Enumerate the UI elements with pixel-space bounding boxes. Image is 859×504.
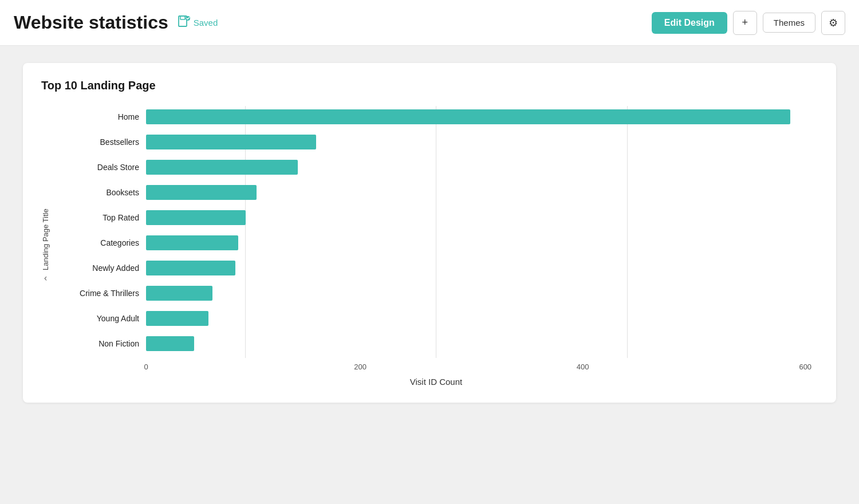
bar-track (146, 286, 818, 301)
chart-card: Top 10 Landing Page › Landing Page Title (23, 63, 836, 403)
themes-button[interactable]: Themes (763, 13, 815, 33)
bar-track (146, 210, 818, 225)
bar-row: Deals Store (54, 156, 818, 178)
x-tick: 200 (354, 363, 367, 371)
header-right: Edit Design + Themes ⚙ (652, 11, 845, 35)
bar-label: Non Fiction (54, 339, 146, 348)
chevron-right-icon: › (44, 274, 47, 284)
header-left: Website statistics Saved (14, 12, 218, 33)
bar-row: Young Adult (54, 308, 818, 329)
bars-area: Home Bestsellers Deals Store Booksets To… (54, 106, 818, 358)
x-axis-title: Visit ID Count (54, 377, 818, 387)
chart-body: Home Bestsellers Deals Store Booksets To… (54, 106, 818, 387)
bar-fill (146, 109, 790, 124)
bar-fill (146, 135, 316, 149)
x-tick: 400 (577, 363, 589, 371)
bar-label: Top Rated (54, 213, 146, 222)
bar-row: Bestsellers (54, 131, 818, 153)
page-title: Website statistics (14, 12, 168, 33)
x-tick: 600 (799, 363, 811, 371)
bar-track (146, 235, 818, 250)
saved-label: Saved (194, 18, 218, 27)
bar-track (146, 311, 818, 326)
plus-icon: + (742, 17, 748, 29)
bar-label: Young Adult (54, 314, 146, 323)
bar-label: Bestsellers (54, 137, 146, 147)
add-button[interactable]: + (733, 11, 757, 35)
y-axis-label: › Landing Page Title (41, 106, 50, 387)
saved-badge: Saved (178, 15, 218, 30)
bar-row: Categories (54, 232, 818, 254)
x-axis: 0200400600 (54, 363, 818, 371)
bar-label: Booksets (54, 188, 146, 197)
x-axis-offset (54, 363, 146, 371)
bar-label: Categories (54, 238, 146, 247)
svg-rect-0 (179, 16, 187, 26)
bar-fill (146, 261, 235, 275)
bar-row: Newly Added (54, 257, 818, 279)
bar-label: Home (54, 112, 146, 121)
settings-button[interactable]: ⚙ (821, 11, 845, 35)
x-tick: 0 (144, 363, 148, 371)
bar-track (146, 109, 818, 124)
bar-fill (146, 286, 212, 301)
bar-track (146, 261, 818, 275)
bar-label: Newly Added (54, 263, 146, 273)
chart-inner: › Landing Page Title (41, 106, 818, 387)
chart-title: Top 10 Landing Page (41, 79, 818, 92)
bar-row: Top Rated (54, 207, 818, 229)
save-icon (178, 15, 190, 30)
bar-track (146, 185, 818, 200)
bar-fill (146, 160, 298, 175)
bar-fill (146, 185, 257, 200)
bar-fill (146, 210, 246, 225)
bar-fill (146, 311, 208, 326)
bar-fill (146, 336, 194, 351)
bar-label: Deals Store (54, 163, 146, 172)
bar-row: Home (54, 106, 818, 128)
x-axis-ticks: 0200400600 (146, 363, 818, 371)
bar-rows: Home Bestsellers Deals Store Booksets To… (54, 106, 818, 355)
svg-point-2 (186, 16, 190, 21)
bar-track (146, 160, 818, 175)
bar-track (146, 336, 818, 351)
bar-row: Non Fiction (54, 333, 818, 355)
bar-row: Booksets (54, 182, 818, 203)
bar-track (146, 135, 818, 149)
edit-design-button[interactable]: Edit Design (652, 12, 727, 34)
main-content: Top 10 Landing Page › Landing Page Title (0, 46, 859, 420)
chart-container: › Landing Page Title (41, 106, 818, 387)
bar-row: Crime & Thrillers (54, 282, 818, 304)
bar-fill (146, 235, 238, 250)
gear-icon: ⚙ (829, 17, 838, 29)
bar-label: Crime & Thrillers (54, 289, 146, 298)
app-header: Website statistics Saved Edit Design + T… (0, 0, 859, 46)
